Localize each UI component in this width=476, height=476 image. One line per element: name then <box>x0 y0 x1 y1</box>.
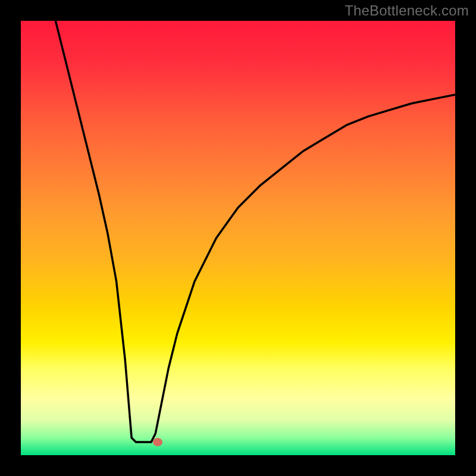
optimal-point-marker <box>153 438 162 446</box>
chart-frame: TheBottleneck.com <box>0 0 476 476</box>
bottleneck-curve <box>55 21 455 442</box>
curve-svg <box>21 21 455 455</box>
watermark-text: TheBottleneck.com <box>345 2 469 19</box>
plot-area <box>21 21 455 455</box>
